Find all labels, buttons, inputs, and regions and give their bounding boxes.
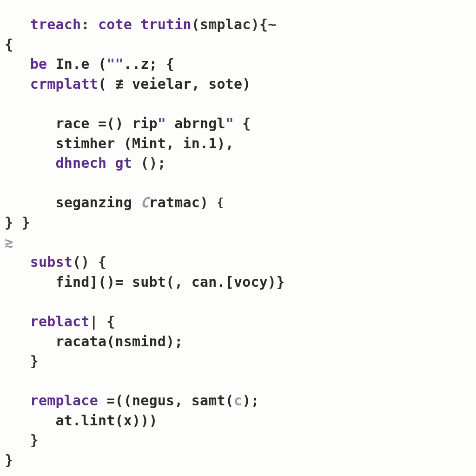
token: treach bbox=[30, 16, 81, 33]
token: ≳ bbox=[5, 234, 13, 251]
token: | { bbox=[90, 313, 115, 330]
token: at.lint(x))) bbox=[56, 412, 158, 429]
token: { bbox=[5, 36, 13, 53]
token: (); bbox=[132, 155, 166, 171]
token: dhnech bbox=[56, 155, 107, 171]
token: () { bbox=[73, 254, 106, 270]
token: C bbox=[140, 194, 149, 211]
token: ratmac) bbox=[149, 194, 217, 211]
token: cote bbox=[98, 16, 132, 33]
token: " bbox=[225, 115, 234, 132]
token: platt bbox=[56, 76, 98, 92]
token: remplace bbox=[30, 392, 98, 409]
token: ..z; { bbox=[124, 56, 175, 72]
token: } bbox=[30, 432, 39, 448]
token: racata(nsmind); bbox=[56, 333, 183, 350]
token bbox=[132, 16, 140, 33]
token bbox=[106, 155, 115, 171]
token: seganzing bbox=[56, 194, 141, 211]
token: In.e ( bbox=[47, 56, 106, 72]
token: { bbox=[234, 115, 251, 132]
token: "" bbox=[106, 56, 124, 72]
token: " bbox=[158, 115, 166, 132]
token: { bbox=[217, 196, 224, 209]
token: gt bbox=[115, 155, 132, 171]
token: ( ≢ veielar, sote) bbox=[98, 76, 251, 92]
token: find]()= subt(, can.[vocy)} bbox=[56, 274, 285, 290]
token: (smplac){~ bbox=[192, 16, 277, 33]
token: reblact bbox=[30, 313, 90, 330]
token: stimher (Mint, in.1), bbox=[56, 135, 234, 152]
token: =((negus, samt( bbox=[98, 392, 234, 409]
token: abrngl bbox=[166, 115, 225, 132]
token: race bbox=[56, 115, 90, 132]
token: } } bbox=[5, 214, 30, 231]
token: be bbox=[30, 56, 47, 72]
token: cr bbox=[30, 76, 47, 92]
token: } bbox=[5, 452, 13, 468]
token: ); bbox=[242, 392, 259, 409]
token: } bbox=[30, 353, 39, 369]
token: subst bbox=[30, 254, 73, 270]
token: c bbox=[234, 392, 242, 409]
token: : bbox=[81, 16, 98, 33]
token: trutin bbox=[140, 16, 192, 33]
token: m bbox=[47, 76, 55, 92]
token: =() rip bbox=[90, 115, 158, 132]
code-block: treach: cote trutin(smplac){~ { be In.e … bbox=[0, 0, 476, 475]
